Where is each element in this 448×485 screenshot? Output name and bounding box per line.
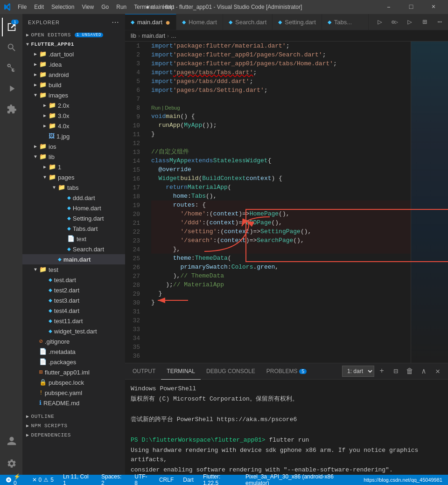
menu-edit[interactable]: Edit [31, 3, 47, 11]
npm-scripts-label: NPM SCRIPTS [31, 423, 68, 429]
tree-item[interactable]: ▶📁.dart_tool [22, 49, 125, 59]
status-language[interactable]: Dart [181, 475, 196, 485]
menu-selection[interactable]: Selection [49, 3, 77, 11]
breadcrumb-ellipsis[interactable]: … [171, 33, 176, 39]
tree-item-widget-test[interactable]: ▶◆widget_test.dart [22, 326, 125, 336]
close-button[interactable]: × [423, 0, 444, 14]
tree-item-test2[interactable]: ▶◆test2.dart [22, 285, 125, 295]
tree-item-test3[interactable]: ▶◆test3.dart [22, 295, 125, 305]
open-editors-badge: 1 UNSAVED [75, 33, 103, 37]
tree-item[interactable]: ▶📁.idea [22, 59, 125, 69]
tree-item-main[interactable]: ▶◆main.dart [22, 254, 125, 264]
tab-problems[interactable]: PROBLEMS 5 [261, 363, 312, 380]
explorer-activity-icon[interactable]: 1 [2, 18, 21, 36]
status-remote[interactable]: ⚡ 0 [4, 475, 27, 485]
tree-item-tabs[interactable]: ▶◆Tabs.dart [22, 223, 125, 234]
status-errors[interactable]: ✕ 0 ⚠ 5 [30, 475, 56, 485]
tree-item[interactable]: ▶📁2.0x [22, 100, 125, 111]
tree-item-test[interactable]: ▶◆test.dart [22, 275, 125, 285]
tree-item[interactable]: ▶📁android [22, 69, 125, 80]
tab-debug-console[interactable]: DEBUG CONSOLE [201, 363, 261, 380]
run-debug-line[interactable]: Run | Debug [151, 104, 411, 112]
menu-go[interactable]: Go [98, 3, 112, 11]
tab-search-dart-label: Search.dart [235, 19, 266, 26]
tab-terminal[interactable]: TERMINAL [161, 363, 201, 380]
dependencies-section[interactable]: ▶ DEPENDENCIES [22, 430, 125, 440]
tab-main-dart[interactable]: ◆ main.dart ● [125, 14, 176, 30]
run-debug-button[interactable]: ⚙▷ [388, 15, 401, 28]
tree-item-test11[interactable]: ▶◆test11.dart [22, 316, 125, 326]
run-activity-icon[interactable] [2, 79, 21, 98]
tab-setting-dart[interactable]: ◆ Setting.dart [273, 14, 322, 30]
tree-item-test-folder[interactable]: ▼📁test [22, 264, 125, 275]
status-warning-count: 5 [50, 477, 54, 483]
more-actions-button[interactable]: ⋯ [433, 15, 446, 28]
tree-item-iml[interactable]: ▶⊞flutter_app01.iml [22, 367, 125, 377]
run-button[interactable]: ▷ [373, 15, 386, 28]
code-content[interactable]: import 'package:flutter/material.dart'; … [147, 42, 411, 363]
project-section-header[interactable]: ▼ FLUTTER_APP01 [22, 40, 125, 49]
tree-item-text[interactable]: ▶📄text [22, 234, 125, 244]
terminal-content[interactable]: Windows PowerShell 版权所有 (C) Microsoft Co… [125, 380, 448, 475]
tab-home-dart[interactable]: ◆ Home.dart [176, 14, 223, 30]
tree-item[interactable]: ▶📁4.0x [22, 121, 125, 131]
menu-file[interactable]: File [15, 3, 29, 11]
tree-item-gitignore[interactable]: ▶⊘.gitignore [22, 336, 125, 346]
tree-item[interactable]: ▼📁tabs [22, 182, 125, 193]
tree-item-metadata[interactable]: ▶📄.metadata [22, 346, 125, 357]
tree-item-lock[interactable]: ▶🔒pubspec.lock [22, 377, 125, 388]
terminal-instance-select[interactable]: 1: dart [342, 366, 374, 377]
close-panel-button[interactable]: ✕ [431, 365, 444, 378]
status-eol[interactable]: CRLF [157, 475, 175, 485]
trash-terminal-button[interactable]: 🗑 [403, 365, 416, 378]
tab-search-dart[interactable]: ◆ Search.dart [223, 14, 273, 30]
status-csdn-link[interactable]: https://blog.csdn.net/qq_45049981 [362, 475, 444, 485]
debug-run-button[interactable]: ▷ [403, 15, 416, 28]
minimize-button[interactable]: – [378, 0, 399, 14]
open-editors-section[interactable]: ▶ OPEN EDITORS 1 UNSAVED [22, 30, 125, 40]
tree-item[interactable]: ▶🖼1.jpg [22, 131, 125, 141]
maximize-panel-button[interactable]: ∧ [417, 365, 430, 378]
tab-tabs-dart[interactable]: ◆ Tabs... [322, 14, 369, 30]
tree-item-ddd[interactable]: ▶◆ddd.dart [22, 193, 125, 203]
tree-item-home[interactable]: ▶◆Home.dart [22, 203, 125, 213]
tree-item-setting[interactable]: ▶◆Setting.dart [22, 213, 125, 223]
status-device[interactable]: Pixel_3a_API_30_x86 (android-x86 emulato… [244, 475, 356, 485]
status-encoding[interactable]: UTF-8 [133, 475, 152, 485]
npm-scripts-section[interactable]: ▶ NPM SCRIPTS [22, 421, 125, 430]
code-editor[interactable]: 123456 789101112 131415161718 1920212223… [125, 42, 448, 363]
outline-section[interactable]: ▶ OUTLINE [22, 412, 125, 421]
tree-item[interactable]: ▼📁images [22, 90, 125, 100]
menu-run[interactable]: Run [113, 3, 129, 11]
tree-item[interactable]: ▶📁ios [22, 141, 125, 152]
code-line-21: '/setting':(context) => SettingPage(), [151, 227, 411, 236]
breadcrumb-main-dart[interactable]: main.dart [142, 33, 165, 39]
new-terminal-button[interactable]: + [375, 365, 388, 378]
sidebar-more-icon[interactable]: ⋯ [112, 18, 119, 27]
tree-item-readme[interactable]: ▶ℹREADME.md [22, 398, 125, 408]
source-control-activity-icon[interactable] [2, 59, 21, 77]
split-editor-button[interactable]: ⊞ [418, 15, 431, 28]
status-spaces[interactable]: Spaces: 2 [99, 475, 127, 485]
tree-item[interactable]: ▼📁pages [22, 172, 125, 182]
tree-item-test4[interactable]: ▶◆test4.dart [22, 305, 125, 316]
tree-item-yaml[interactable]: ▶!pubspec.yaml [22, 388, 125, 398]
tree-item[interactable]: ▶📁build [22, 80, 125, 90]
maximize-button[interactable]: □ [400, 0, 422, 14]
tree-item[interactable]: ▶📁3.0x [22, 111, 125, 121]
account-activity-icon[interactable] [2, 432, 21, 450]
status-flutter[interactable]: Flutter: 1.22.5 [201, 475, 238, 485]
settings-activity-icon[interactable] [2, 454, 21, 473]
split-terminal-button[interactable]: ⊟ [389, 365, 402, 378]
menu-view[interactable]: View [79, 3, 97, 11]
tree-item[interactable]: ▼📁lib [22, 152, 125, 162]
code-line-4: import 'pages/tabs/Tabs.dart'; [151, 68, 411, 77]
status-ln-col[interactable]: Ln 11, Col 1 [61, 475, 94, 485]
tab-output[interactable]: OUTPUT [127, 363, 161, 380]
search-activity-icon[interactable] [2, 38, 21, 57]
breadcrumb-lib[interactable]: lib [131, 33, 136, 39]
tree-item-search[interactable]: ▶◆Search.dart [22, 244, 125, 254]
tree-item[interactable]: ▶📁1 [22, 162, 125, 172]
extensions-activity-icon[interactable] [2, 100, 21, 118]
tree-item-packages[interactable]: ▶📄.packages [22, 357, 125, 367]
